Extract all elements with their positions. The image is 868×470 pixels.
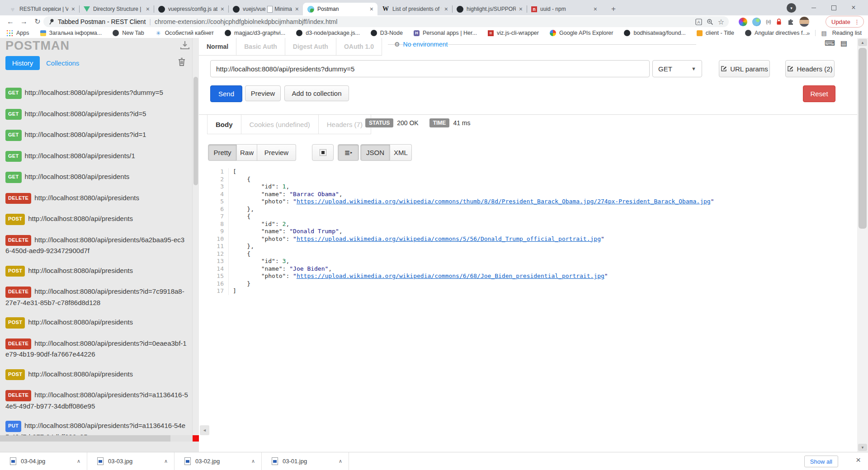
preview-button[interactable]: Preview	[245, 85, 281, 101]
sidebar-collapse-button[interactable]: ◄	[200, 425, 209, 435]
lock-extension-icon[interactable]	[776, 18, 782, 25]
tab-close-icon[interactable]: ×	[592, 5, 599, 13]
sidebar-vertical-scrollbar[interactable]	[192, 38, 199, 435]
response-link[interactable]: https://upload.wikimedia.org/wikipedia/c…	[297, 273, 604, 279]
history-item[interactable]: GEThttp://localhost:8080/api/presidents/…	[5, 151, 188, 162]
downloads-bar-close-icon[interactable]: ×	[856, 455, 861, 465]
history-item[interactable]: GEThttp://localhost:8080/api/presidents?…	[5, 88, 188, 99]
window-maximize-button[interactable]	[824, 0, 844, 15]
request-url-input[interactable]	[210, 60, 650, 77]
chrome-update-button[interactable]: Update ⋮	[826, 16, 864, 28]
tab-close-icon[interactable]: ×	[70, 5, 76, 13]
browser-tab[interactable]: Postman×	[303, 3, 377, 15]
download-item[interactable]: 03-03.jpg∧	[87, 452, 175, 470]
history-item[interactable]: DELETEhttp://localhost:8080/api/presiden…	[5, 390, 188, 411]
browser-tab[interactable]: vuejs/vuepress:Minima×	[228, 3, 303, 15]
bookmarks-overflow-icon[interactable]: »	[807, 30, 810, 37]
browser-tab[interactable]: highlight.js/SUPPORTED_LA×	[452, 3, 527, 15]
response-tab-cookies[interactable]: Cookies (undefined)	[241, 115, 318, 134]
history-item[interactable]: DELETEhttp://localhost:8080/api/presiden…	[5, 338, 188, 359]
download-menu-chevron-icon[interactable]: ∧	[339, 458, 342, 464]
layout-icon[interactable]: ▤	[840, 39, 847, 47]
sidebar-horizontal-scrollbar-thumb[interactable]	[0, 435, 170, 442]
add-to-collection-button[interactable]: Add to collection	[284, 85, 349, 101]
bookmark-item[interactable]: d3-node/package.js...	[296, 30, 360, 36]
globe-extension-icon[interactable]	[752, 18, 761, 26]
bookmark-item[interactable]: client - Title	[697, 30, 734, 36]
history-item[interactable]: POSThttp://localhost:8080/api/presidents	[5, 369, 188, 381]
view-pretty-button[interactable]: Pretty	[208, 144, 237, 161]
tab-close-icon[interactable]: ×	[518, 5, 524, 13]
bookmark-item[interactable]: bodhisatwag/found...	[624, 30, 685, 36]
method-select[interactable]: GET ▼	[652, 60, 702, 77]
history-item[interactable]: GEThttp://localhost:8080/api/presidents?…	[5, 130, 188, 141]
new-tab-button[interactable]: +	[608, 4, 619, 14]
keyboard-shortcuts-icon[interactable]: ⌨	[825, 39, 835, 47]
bookmark-item[interactable]: magjac/d3-graphvi...	[225, 30, 285, 36]
bookmark-item[interactable]: New Tab	[113, 30, 144, 36]
tab-history[interactable]: History	[5, 56, 40, 70]
download-item[interactable]: 03-02.jpg∧	[175, 452, 262, 470]
auth-tab-oauth-1-0[interactable]: OAuth 1.0	[336, 38, 382, 55]
history-item[interactable]: POSThttp://localhost:8080/api/presidents	[5, 214, 188, 225]
history-item[interactable]: PUThttp://localhost:8080/api/presidents?…	[5, 421, 188, 435]
scroll-up-icon[interactable]: ▲	[858, 39, 867, 46]
sidebar-vertical-scrollbar-thumb[interactable]	[193, 77, 198, 185]
bookmark-item[interactable]: Особистий кабінет	[155, 30, 214, 37]
browser-tab[interactable]: List of presidents of the Un×	[377, 3, 452, 15]
color-wheel-extension-icon[interactable]	[739, 18, 747, 26]
sidebar-horizontal-scrollbar[interactable]	[0, 435, 193, 442]
environment-selector[interactable]: ⚙ No environment	[394, 38, 448, 51]
scroll-down-icon[interactable]: ▼	[858, 444, 867, 451]
format-xml-button[interactable]: XML	[390, 144, 412, 161]
auth-tab-digest-auth[interactable]: Digest Auth	[285, 38, 336, 55]
history-item[interactable]: POSThttp://localhost:8080/api/presidents	[5, 317, 188, 329]
tab-close-icon[interactable]: ×	[443, 5, 449, 13]
forward-icon[interactable]: →	[18, 16, 30, 28]
trash-icon[interactable]	[177, 57, 186, 67]
response-link[interactable]: https://upload.wikimedia.org/wikipedia/c…	[297, 235, 601, 242]
history-item[interactable]: DELETEhttp://localhost:8080/api/presiden…	[5, 235, 188, 256]
history-item[interactable]: DELETEhttp://localhost:8080/api/presiden…	[5, 193, 188, 204]
tab-collections[interactable]: Collections	[46, 59, 79, 67]
expand-view-button[interactable]	[312, 144, 334, 161]
view-preview-button[interactable]: Preview	[257, 144, 296, 161]
bookmark-item[interactable]: Apps	[6, 30, 29, 37]
response-tab-body[interactable]: Body	[207, 115, 241, 134]
browser-tab[interactable]: vuepress/config.js at maste×	[154, 3, 228, 15]
bookmark-item[interactable]: Загальна інформа...	[40, 30, 102, 36]
view-raw-button[interactable]: Raw	[237, 144, 257, 161]
back-icon[interactable]: ←	[5, 16, 16, 28]
window-close-button[interactable]: ×	[844, 0, 863, 15]
bookmark-item[interactable]: Personal apps | Her...	[414, 30, 477, 36]
download-item[interactable]: 03-04.jpg∧	[0, 452, 87, 470]
browser-menu-kebab-icon[interactable]: ⋮	[854, 19, 860, 25]
auth-tab-normal[interactable]: Normal	[199, 38, 236, 55]
download-menu-chevron-icon[interactable]: ∧	[77, 458, 80, 464]
browser-tab[interactable]: Directory Structure | VuePre×	[79, 3, 154, 15]
bookmark-item[interactable]: D3-Node	[371, 30, 403, 36]
response-tab-headers[interactable]: Headers (7)	[318, 115, 371, 134]
zoom-icon[interactable]	[707, 19, 713, 25]
browser-tab[interactable]: uuid - npm×	[527, 3, 601, 15]
tab-close-icon[interactable]: ×	[219, 5, 226, 13]
history-item[interactable]: GEThttp://localhost:8080/api/presidents	[5, 172, 188, 183]
auth-tab-basic-auth[interactable]: Basic Auth	[236, 38, 285, 55]
history-item[interactable]: GEThttp://localhost:8080/api/presidents?…	[5, 109, 188, 120]
page-scrollbar-thumb[interactable]	[859, 48, 867, 229]
download-menu-chevron-icon[interactable]: ∧	[164, 458, 168, 464]
reset-button[interactable]: Reset	[803, 85, 835, 102]
address-bar[interactable]: Tabbed Postman - REST Client | chrome-ex…	[43, 16, 729, 27]
reload-icon[interactable]: ↻	[32, 16, 43, 28]
bookmark-item[interactable]: Google APIs Explorer	[550, 30, 613, 36]
window-minimize-button[interactable]	[804, 0, 824, 15]
tab-close-icon[interactable]: ×	[294, 5, 300, 13]
show-all-downloads-button[interactable]: Show all	[804, 456, 838, 467]
download-history-icon[interactable]	[180, 41, 190, 50]
headers-button[interactable]: Headers (2)	[785, 60, 835, 77]
tab-close-icon[interactable]: ×	[145, 5, 151, 13]
history-item[interactable]: DELETEhttp://localhost:8080/api/presiden…	[5, 287, 188, 307]
url-params-button[interactable]: URL params	[719, 60, 770, 77]
reading-list-button[interactable]: Reading list	[832, 30, 862, 36]
bookmark-item[interactable]: viz.js-cli-wrapper	[488, 30, 539, 36]
